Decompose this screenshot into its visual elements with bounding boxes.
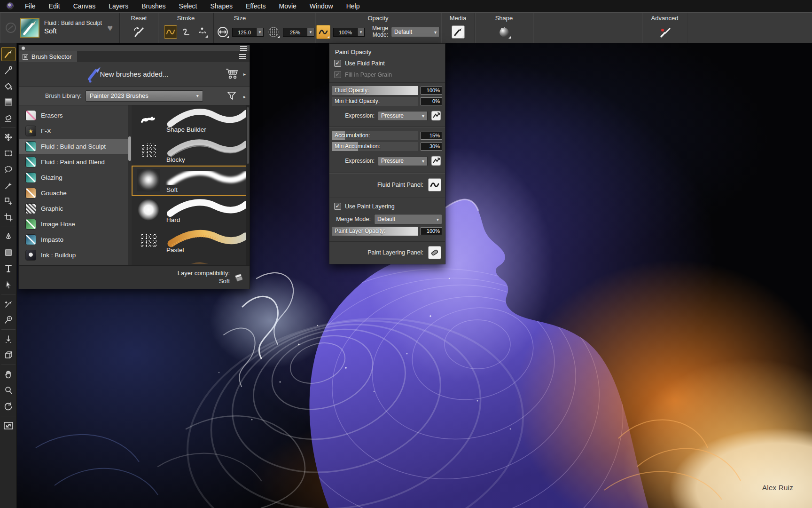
- crop-tool[interactable]: [1, 210, 16, 224]
- flyout-arrow-icon[interactable]: ▸: [243, 94, 246, 99]
- category-gouache[interactable]: Gouache: [19, 185, 132, 201]
- expression-settings-icon[interactable]: [431, 156, 441, 166]
- menu-movie[interactable]: Movie: [273, 0, 303, 12]
- category-erasers[interactable]: Erasers: [19, 108, 132, 123]
- gradient-tool[interactable]: [1, 95, 16, 109]
- shape-selection-tool[interactable]: [1, 278, 16, 292]
- paint-bucket-tool[interactable]: [1, 79, 16, 93]
- min-accumulation-value[interactable]: 30%: [421, 143, 442, 151]
- category-graphic[interactable]: Graphic: [19, 201, 132, 216]
- menu-window[interactable]: Window: [303, 0, 340, 12]
- grabber-hand-tool[interactable]: [1, 367, 16, 381]
- variant-pastel[interactable]: Pastel: [132, 226, 250, 256]
- layer-mover-tool[interactable]: [1, 130, 16, 144]
- menu-shapes[interactable]: Shapes: [203, 0, 239, 12]
- brush-tool[interactable]: [1, 47, 16, 61]
- panel-options-icon[interactable]: [239, 54, 246, 59]
- paint-layering-panel-button[interactable]: [428, 246, 441, 259]
- opacity-dropdown-button[interactable]: ▾: [358, 28, 365, 37]
- category-image-hose[interactable]: Image Hose: [19, 216, 132, 232]
- dropper-tool[interactable]: [1, 63, 16, 77]
- new-brushes-banner[interactable]: New brushes added... ▸: [19, 62, 250, 87]
- close-icon[interactable]: [23, 54, 28, 60]
- use-fluid-paint-row[interactable]: Use Fluid Paint: [334, 60, 445, 67]
- size-slider-button[interactable]: [216, 25, 229, 39]
- brush-preview-thumbnail[interactable]: [20, 18, 39, 38]
- grain-value[interactable]: 25%: [283, 28, 307, 37]
- accumulation-value[interactable]: 15%: [421, 132, 442, 140]
- category-glazing[interactable]: Glazing: [19, 170, 132, 185]
- rect-shape-tool[interactable]: [1, 246, 16, 260]
- tab-brush-selector[interactable]: Brush Selector: [19, 51, 77, 62]
- grain-dropdown-button[interactable]: ▾: [307, 28, 314, 37]
- fluid-paint-panel-button[interactable]: [428, 178, 441, 191]
- text-tool[interactable]: [1, 262, 16, 276]
- size-value[interactable]: 125.0: [232, 28, 257, 37]
- checkbox-checked-icon[interactable]: [334, 60, 341, 67]
- drawer-menu-icon[interactable]: [240, 46, 247, 51]
- menu-select[interactable]: Select: [172, 0, 204, 12]
- grain-button[interactable]: [267, 25, 280, 39]
- menu-effects[interactable]: Effects: [239, 0, 273, 12]
- stamp-tool[interactable]: [1, 313, 16, 327]
- magnifier-tool[interactable]: [1, 383, 16, 397]
- scrollbar-thumb[interactable]: [128, 136, 131, 161]
- freehand-stroke-button[interactable]: [164, 25, 177, 39]
- fluid-opacity-value[interactable]: 100%: [421, 87, 442, 95]
- cart-icon[interactable]: [225, 68, 239, 82]
- magic-wand-tool[interactable]: [1, 178, 16, 192]
- opacity-value[interactable]: 100%: [333, 28, 358, 37]
- pen-tool[interactable]: [1, 230, 16, 244]
- variant-scrollbar[interactable]: [246, 105, 250, 265]
- rect-select-tool[interactable]: [1, 146, 16, 160]
- media-button[interactable]: [452, 25, 465, 39]
- menu-layers[interactable]: Layers: [102, 0, 135, 12]
- variant-hard[interactable]: Hard: [132, 196, 250, 226]
- menu-brushes[interactable]: Brushes: [135, 0, 172, 12]
- filter-funnel-icon[interactable]: [226, 90, 237, 103]
- navigator-tool[interactable]: [1, 419, 16, 433]
- transform-tool[interactable]: [1, 194, 16, 208]
- stroke-options-button[interactable]: [196, 26, 208, 38]
- advanced-brush-button[interactable]: [658, 25, 672, 39]
- perspective-tool[interactable]: [1, 348, 16, 362]
- paint-layer-opacity-value[interactable]: 100%: [421, 227, 442, 235]
- category-fluid-paint-blend[interactable]: Fluid : Paint and Blend: [19, 154, 132, 170]
- expression-dropdown-2[interactable]: Pressure ▾: [378, 156, 428, 166]
- brush-library-dropdown[interactable]: Painter 2023 Brushes ▾: [86, 90, 203, 102]
- scrollbar-thumb[interactable]: [247, 107, 249, 164]
- variant-blocky[interactable]: Blocky: [132, 135, 250, 166]
- use-paint-layering-row[interactable]: Use Paint Layering: [334, 203, 445, 210]
- merge-mode-dropdown[interactable]: Default ▾: [391, 27, 440, 37]
- shape-button[interactable]: [497, 25, 511, 39]
- paint-opacity-button[interactable]: [316, 25, 330, 39]
- expression-dropdown[interactable]: Pressure ▾: [378, 111, 428, 121]
- eraser-tool[interactable]: [1, 111, 16, 125]
- straight-line-stroke-button[interactable]: [180, 25, 193, 39]
- menu-edit[interactable]: Edit: [42, 0, 67, 12]
- menu-help[interactable]: Help: [340, 0, 367, 12]
- category-scrollbar[interactable]: [128, 105, 132, 265]
- category-impasto[interactable]: Impasto: [19, 232, 132, 247]
- size-dropdown-button[interactable]: ▾: [257, 28, 264, 37]
- palette-drawer-bar[interactable]: [19, 45, 250, 51]
- menu-canvas[interactable]: Canvas: [67, 0, 102, 12]
- variant-shape-builder[interactable]: Shape Builder: [132, 105, 250, 135]
- expression-settings-icon[interactable]: [431, 111, 441, 121]
- lasso-tool[interactable]: [1, 162, 16, 176]
- min-fluid-opacity-value[interactable]: 0%: [421, 97, 442, 105]
- rotate-page-tool[interactable]: [1, 399, 16, 413]
- guides-tool[interactable]: [1, 332, 16, 346]
- menu-file[interactable]: File: [18, 0, 42, 12]
- category-fluid-build-sculpt[interactable]: Fluid : Build and Sculpt: [19, 139, 132, 154]
- favorite-heart-icon[interactable]: ♥: [107, 23, 113, 33]
- category-fx[interactable]: ★ F-X: [19, 123, 132, 139]
- reset-brush-button[interactable]: [133, 26, 146, 38]
- cloner-tool[interactable]: [1, 297, 16, 311]
- variant-partial[interactable]: [132, 256, 250, 263]
- brush-ghost-icon[interactable]: [6, 23, 16, 33]
- category-ink-buildup[interactable]: Ink : Buildup: [19, 247, 132, 263]
- merge-mode-dropdown[interactable]: Default ▾: [374, 214, 442, 224]
- variant-soft[interactable]: Soft: [132, 166, 250, 196]
- checkbox-checked-icon[interactable]: [334, 203, 341, 210]
